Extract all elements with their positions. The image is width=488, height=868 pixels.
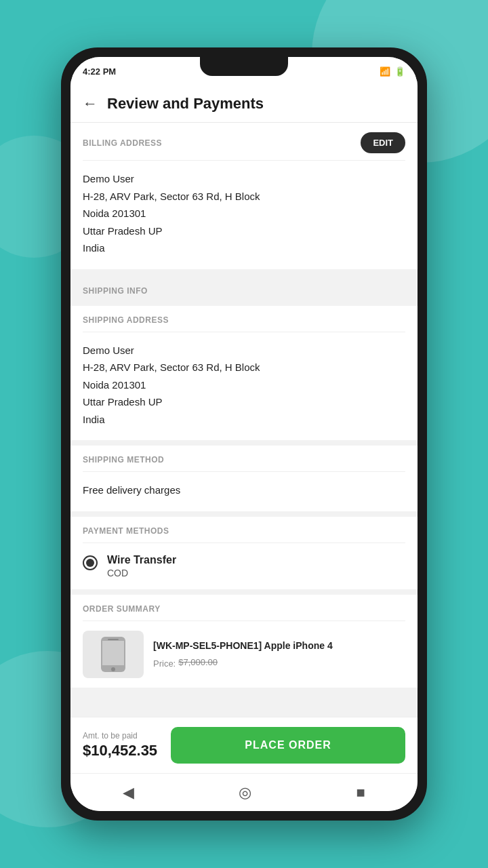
shipping-section-header: SHIPPING ADDRESS bbox=[70, 306, 418, 332]
shipping-address1: H-28, ARV Park, Sector 63 Rd, H Block bbox=[83, 359, 405, 376]
shipping-address-block: Demo User H-28, ARV Park, Sector 63 Rd, … bbox=[70, 332, 418, 441]
shipping-info-section: SHIPPING INFO bbox=[70, 275, 418, 306]
page-title: Review and Payments bbox=[107, 95, 264, 113]
billing-address-block: Demo User H-28, ARV Park, Sector 63 Rd, … bbox=[70, 161, 418, 269]
billing-address3: Uttar Pradesh UP bbox=[83, 222, 405, 240]
shipping-country: India bbox=[83, 411, 405, 429]
payment-methods-section: PAYMENT METHODS Wire Transfer COD bbox=[70, 517, 418, 589]
shipping-name: Demo User bbox=[83, 342, 405, 359]
svg-point-2 bbox=[111, 667, 115, 671]
header: ← Review and Payments bbox=[70, 85, 418, 123]
product-price-label: Price: bbox=[153, 658, 176, 669]
billing-address1: H-28, ARV Park, Sector 63 Rd, H Block bbox=[83, 188, 405, 205]
svg-rect-3 bbox=[108, 639, 119, 640]
nav-bar: ◀ ◎ ■ bbox=[70, 773, 418, 811]
order-summary-header: ORDER SUMMARY bbox=[70, 595, 418, 620]
order-summary-label: ORDER SUMMARY bbox=[83, 604, 161, 614]
billing-section-header: BILLING ADDRESS EDIT bbox=[70, 123, 418, 160]
product-price-value: $7,000.00 bbox=[178, 657, 218, 667]
scroll-content: BILLING ADDRESS EDIT Demo User H-28, ARV… bbox=[70, 123, 418, 717]
edit-billing-button[interactable]: EDIT bbox=[361, 132, 405, 153]
radio-button[interactable] bbox=[83, 555, 98, 570]
billing-country: India bbox=[83, 239, 405, 257]
shipping-method-value: Free delivery charges bbox=[83, 481, 405, 499]
billing-address-section: BILLING ADDRESS EDIT Demo User H-28, ARV… bbox=[70, 123, 418, 269]
amt-value: $10,452.35 bbox=[83, 742, 157, 760]
shipping-method-header: SHIPPING METHOD bbox=[70, 446, 418, 471]
bottom-bar: Amt. to be paid $10,452.35 PLACE ORDER bbox=[70, 717, 418, 773]
place-order-button[interactable]: PLACE ORDER bbox=[171, 727, 405, 764]
status-time: 4:22 PM bbox=[83, 66, 116, 77]
payment-methods-label: PAYMENT METHODS bbox=[83, 526, 169, 536]
billing-address-label: BILLING ADDRESS bbox=[83, 138, 162, 148]
status-icons: 📶 🔋 bbox=[380, 66, 405, 77]
shipping-info-label: SHIPPING INFO bbox=[83, 286, 148, 296]
battery-icon: 🔋 bbox=[394, 66, 405, 77]
product-image bbox=[83, 631, 144, 678]
payment-text: Wire Transfer COD bbox=[107, 554, 176, 578]
shipping-address2: Noida 201301 bbox=[83, 376, 405, 394]
signal-icon: 📶 bbox=[380, 66, 390, 77]
product-phone-icon bbox=[93, 634, 134, 675]
shipping-address-label: SHIPPING ADDRESS bbox=[83, 315, 169, 325]
payment-section-header: PAYMENT METHODS bbox=[70, 517, 418, 542]
svg-rect-1 bbox=[102, 641, 124, 665]
nav-home-icon[interactable]: ◎ bbox=[239, 784, 251, 802]
order-summary-section: ORDER SUMMARY [WK-MP-SEL5-PHO bbox=[70, 595, 418, 688]
nav-back-icon[interactable]: ◀ bbox=[123, 784, 134, 802]
nav-recent-icon[interactable]: ■ bbox=[357, 784, 365, 802]
shipping-method-label: SHIPPING METHOD bbox=[83, 455, 164, 465]
amt-label: Amt. to be paid bbox=[83, 731, 157, 741]
product-row: [WK-MP-SEL5-PHONE1] Apple iPhone 4 Price… bbox=[70, 621, 418, 688]
payment-option-wire-transfer[interactable]: Wire Transfer COD bbox=[70, 543, 418, 589]
product-name: [WK-MP-SEL5-PHONE1] Apple iPhone 4 bbox=[153, 639, 405, 653]
billing-name: Demo User bbox=[83, 170, 405, 188]
shipping-address3: Uttar Pradesh UP bbox=[83, 393, 405, 411]
payment-sub: COD bbox=[107, 568, 176, 578]
shipping-method-value-block: Free delivery charges bbox=[70, 472, 418, 511]
amount-block: Amt. to be paid $10,452.35 bbox=[83, 731, 157, 760]
back-button[interactable]: ← bbox=[83, 96, 98, 111]
shipping-method-section: SHIPPING METHOD Free delivery charges bbox=[70, 446, 418, 511]
billing-address2: Noida 201301 bbox=[83, 205, 405, 222]
product-details: [WK-MP-SEL5-PHONE1] Apple iPhone 4 Price… bbox=[153, 639, 405, 669]
radio-selected bbox=[86, 559, 94, 567]
payment-name: Wire Transfer bbox=[107, 554, 176, 566]
shipping-address-section: SHIPPING ADDRESS Demo User H-28, ARV Par… bbox=[70, 306, 418, 441]
